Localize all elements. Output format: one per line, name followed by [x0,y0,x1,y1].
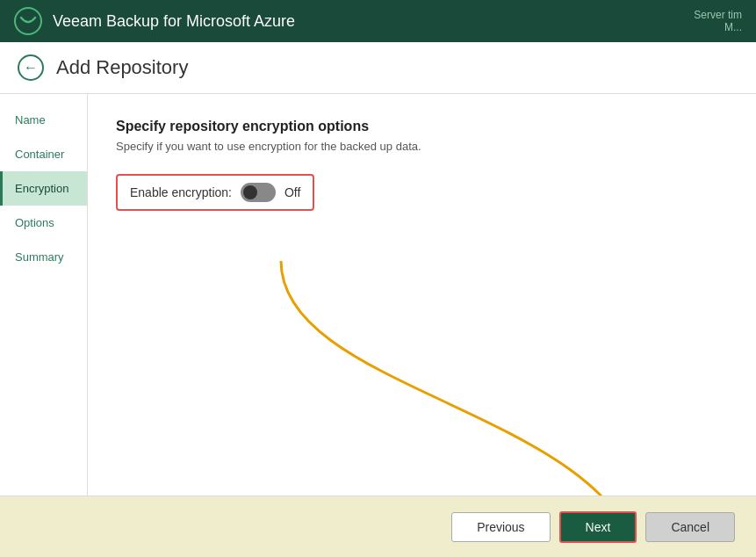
server-label: Server tim [694,9,742,21]
back-button[interactable]: ← [18,54,44,81]
main-content: Specify repository encryption options Sp… [88,94,756,496]
dialog-footer: Previous Next Cancel [0,496,756,557]
previous-button[interactable]: Previous [451,512,550,542]
encryption-label: Enable encryption: [130,185,232,199]
wizard-sidebar: Name Container Encryption Options Summar… [0,94,88,496]
app-header: Veeam Backup for Microsoft Azure Server … [0,0,756,42]
dialog-header: ← Add Repository [0,42,756,94]
dialog-body: Name Container Encryption Options Summar… [0,94,756,496]
sidebar-item-name[interactable]: Name [0,103,87,137]
server-info: Server tim M... [694,9,742,33]
section-subtitle: Specify if you want to use encryption fo… [116,140,728,153]
add-repository-dialog: ← Add Repository Name Container Encrypti… [0,42,756,557]
toggle-state-label: Off [284,185,300,199]
sidebar-item-encryption[interactable]: Encryption [0,171,87,206]
toggle-track [241,183,276,202]
toggle-thumb [243,185,257,199]
server-value: M... [694,21,742,33]
sidebar-item-options[interactable]: Options [0,206,87,240]
dialog-title: Add Repository [56,56,188,79]
annotation-arrow [176,235,746,496]
sidebar-item-summary[interactable]: Summary [0,240,87,274]
encryption-toggle[interactable] [241,183,276,202]
encryption-box: Enable encryption: Off [116,174,314,211]
app-title: Veeam Backup for Microsoft Azure [53,12,295,31]
cancel-button[interactable]: Cancel [645,512,735,542]
veeam-logo [14,7,42,35]
sidebar-item-container[interactable]: Container [0,137,87,171]
section-title: Specify repository encryption options [116,119,728,134]
next-button[interactable]: Next [559,511,637,543]
